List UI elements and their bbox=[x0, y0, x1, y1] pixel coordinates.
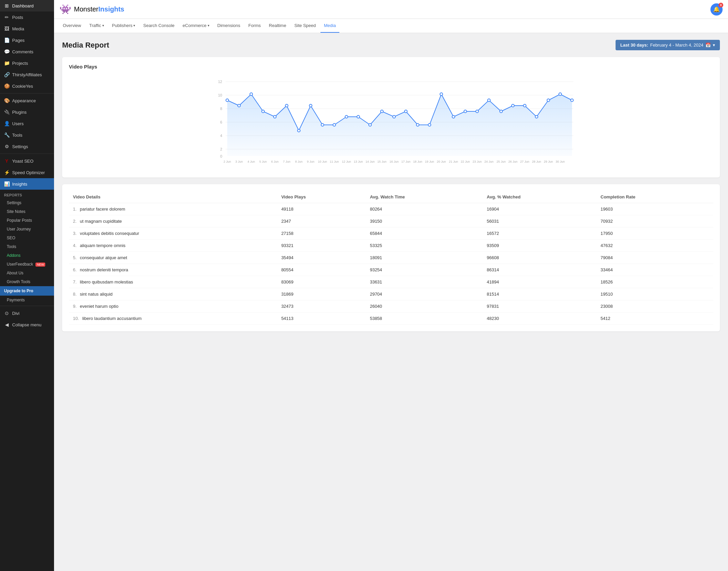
sidebar-item-plugins[interactable]: 🔌 Plugins bbox=[0, 106, 54, 118]
row-number: 10. bbox=[73, 316, 79, 321]
tab-ecommerce[interactable]: eCommerce ▾ bbox=[179, 19, 213, 33]
table-row: 5. consequatur atque amet 35494 18091 96… bbox=[69, 252, 713, 264]
svg-point-33 bbox=[440, 93, 443, 96]
sidebar-item-tools[interactable]: 🔧 Tools bbox=[0, 129, 54, 141]
sidebar-sub-about-us[interactable]: About Us bbox=[0, 269, 54, 277]
topbar-right: 🔔 0 bbox=[710, 3, 723, 16]
tab-media[interactable]: Media bbox=[320, 19, 339, 33]
calendar-icon: 📅 bbox=[705, 43, 711, 48]
notification-bell[interactable]: 🔔 0 bbox=[710, 3, 723, 16]
sidebar-label-settings: Settings bbox=[12, 144, 28, 149]
sidebar-item-appearance[interactable]: 🎨 Appearance bbox=[0, 95, 54, 106]
cell-pct-watched: 81514 bbox=[483, 288, 597, 300]
sidebar-sub-popular-posts[interactable]: Popular Posts bbox=[0, 216, 54, 225]
sidebar-sub-userfeedback[interactable]: UserFeedback NEW bbox=[0, 260, 54, 269]
cell-video-plays: 49118 bbox=[277, 203, 366, 215]
sidebar-item-comments[interactable]: 💬 Comments bbox=[0, 46, 54, 57]
cell-video-plays: 32473 bbox=[277, 300, 366, 312]
svg-point-43 bbox=[559, 93, 562, 96]
tab-forms-label: Forms bbox=[249, 23, 261, 28]
sidebar-sub-seo[interactable]: SEO bbox=[0, 234, 54, 242]
sidebar-label-pages: Pages bbox=[12, 38, 25, 43]
cell-completion: 17950 bbox=[597, 227, 713, 240]
cell-video-detail: 8. sint natus aliquid bbox=[69, 288, 277, 300]
sidebar: ⊞ Dashboard ✏ Posts 🖼 Media 📄 Pages 💬 Co… bbox=[0, 0, 54, 571]
tab-forms[interactable]: Forms bbox=[245, 19, 264, 33]
sidebar-sub-site-notes[interactable]: Site Notes bbox=[0, 207, 54, 216]
chevron-down-icon: ▾ bbox=[133, 24, 135, 27]
sidebar-item-cookieyes[interactable]: 🍪 CookieYes bbox=[0, 80, 54, 92]
tab-overview[interactable]: Overview bbox=[59, 19, 84, 33]
video-title: libero laudantium accusantium bbox=[82, 316, 142, 321]
svg-text:29 Jun: 29 Jun bbox=[544, 160, 553, 163]
sidebar-label-users: Users bbox=[12, 121, 24, 126]
sidebar-item-media[interactable]: 🖼 Media bbox=[0, 23, 54, 34]
sidebar-item-posts[interactable]: ✏ Posts bbox=[0, 11, 54, 23]
yoast-icon: Y bbox=[4, 158, 9, 164]
svg-text:26 Jun: 26 Jun bbox=[508, 160, 517, 163]
sidebar-item-divi[interactable]: ⊙ Divi bbox=[0, 307, 54, 319]
row-number: 2. bbox=[73, 219, 77, 224]
report-title: Media Report bbox=[62, 41, 109, 50]
svg-text:10 Jun: 10 Jun bbox=[318, 160, 327, 163]
cell-pct-watched: 16904 bbox=[483, 203, 597, 215]
cell-pct-watched: 16572 bbox=[483, 227, 597, 240]
sidebar-item-pages[interactable]: 📄 Pages bbox=[0, 34, 54, 46]
cell-video-detail: 6. nostrum deleniti tempora bbox=[69, 264, 277, 276]
cell-completion: 23008 bbox=[597, 300, 713, 312]
sidebar-item-thirsty[interactable]: 🔗 ThirstyAffiliates bbox=[0, 69, 54, 80]
sidebar-sub-tools[interactable]: Tools bbox=[0, 242, 54, 251]
chart-title: Video Plays bbox=[69, 64, 713, 70]
sidebar-item-insights[interactable]: 📊 Insights bbox=[0, 178, 54, 190]
sidebar-sub-settings[interactable]: Settings bbox=[0, 198, 54, 207]
tab-dimensions[interactable]: Dimensions bbox=[214, 19, 244, 33]
tab-publishers[interactable]: Publishers ▾ bbox=[109, 19, 139, 33]
tab-search-console[interactable]: Search Console bbox=[140, 19, 178, 33]
sidebar-item-users[interactable]: 👤 Users bbox=[0, 118, 54, 129]
tab-site-speed[interactable]: Site Speed bbox=[291, 19, 319, 33]
sidebar-sub-addons[interactable]: Addons bbox=[0, 251, 54, 260]
tab-dimensions-label: Dimensions bbox=[217, 23, 240, 28]
cell-video-detail: 9. eveniet harum optio bbox=[69, 300, 277, 312]
sidebar-item-projects[interactable]: 📁 Projects bbox=[0, 57, 54, 69]
cell-pct-watched: 97831 bbox=[483, 300, 597, 312]
svg-text:21 Jun: 21 Jun bbox=[449, 160, 458, 163]
video-title: aliquam tempore omnis bbox=[80, 243, 125, 248]
cell-pct-watched: 41894 bbox=[483, 276, 597, 288]
tab-media-label: Media bbox=[324, 23, 336, 28]
sidebar-payments[interactable]: Payments bbox=[0, 296, 54, 304]
sidebar-sub-user-journey[interactable]: User Journey bbox=[0, 225, 54, 234]
cell-watch-time: 26040 bbox=[366, 300, 483, 312]
sidebar-sub-growth-tools[interactable]: Growth Tools bbox=[0, 277, 54, 286]
cell-video-plays: 31869 bbox=[277, 288, 366, 300]
svg-text:6: 6 bbox=[220, 120, 222, 124]
chevron-down-icon: ▾ bbox=[102, 24, 104, 27]
svg-point-28 bbox=[381, 110, 383, 113]
users-icon: 👤 bbox=[4, 121, 9, 126]
sidebar-collapse[interactable]: ◀ Collapse menu bbox=[0, 319, 54, 330]
sidebar-upgrade-pro[interactable]: Upgrade to Pro bbox=[0, 286, 54, 296]
tab-site-speed-label: Site Speed bbox=[294, 23, 316, 28]
sidebar-label-posts: Posts bbox=[12, 15, 23, 20]
svg-text:5 Jun: 5 Jun bbox=[259, 160, 267, 163]
settings-icon: ⚙ bbox=[4, 144, 9, 149]
sidebar-item-speed[interactable]: ⚡ Speed Optimizer bbox=[0, 167, 54, 178]
video-data-table: Video Details Video Plays Avg. Watch Tim… bbox=[69, 191, 713, 325]
tab-realtime-label: Realtime bbox=[269, 23, 286, 28]
cell-video-detail: 7. libero quibusdam molestias bbox=[69, 276, 277, 288]
cell-video-plays: 27158 bbox=[277, 227, 366, 240]
thirsty-icon: 🔗 bbox=[4, 72, 9, 77]
date-range-button[interactable]: Last 30 days: February 4 - March 4, 2024… bbox=[616, 40, 720, 50]
col-avg-watch-time: Avg. Watch Time bbox=[366, 191, 483, 203]
topbar: 👾 MonsterInsights 🔔 0 bbox=[54, 0, 728, 19]
table-row: 6. nostrum deleniti tempora 80554 93254 … bbox=[69, 264, 713, 276]
sidebar-item-settings[interactable]: ⚙ Settings bbox=[0, 141, 54, 152]
sidebar-item-dashboard[interactable]: ⊞ Dashboard bbox=[0, 0, 54, 11]
video-title: voluptates debitis consequatur bbox=[80, 231, 139, 236]
svg-point-17 bbox=[250, 93, 253, 96]
svg-text:13 Jun: 13 Jun bbox=[354, 160, 363, 163]
chevron-down-icon: ▾ bbox=[713, 43, 715, 48]
sidebar-item-yoast[interactable]: Y Yoast SEO bbox=[0, 155, 54, 167]
tab-traffic[interactable]: Traffic ▾ bbox=[86, 19, 107, 33]
tab-realtime[interactable]: Realtime bbox=[265, 19, 289, 33]
